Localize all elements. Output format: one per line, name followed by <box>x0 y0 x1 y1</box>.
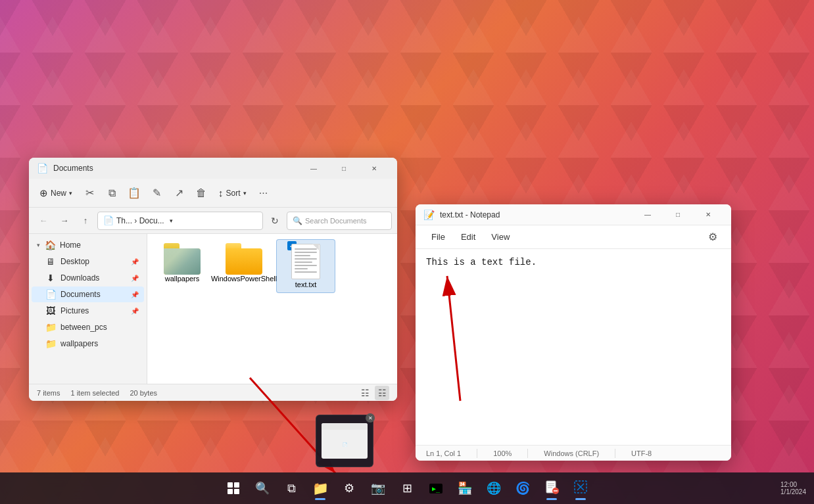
file-item-wallpapers[interactable]: wallpapers <box>153 239 212 293</box>
sidebar-item-pictures[interactable]: 🖼 Pictures 📌 <box>32 303 144 319</box>
wallpapers-folder-icon <box>164 243 201 275</box>
toolbar-rename-button[interactable]: ✎ <box>146 183 167 204</box>
cursor-position: Ln 1, Col 1 <box>426 449 461 457</box>
start-button[interactable] <box>220 475 247 501</box>
sidebar-item-home[interactable]: ▾ 🏠 Home <box>32 237 144 253</box>
grid-view-button[interactable]: ☷ <box>375 386 389 400</box>
search-placeholder: Search Documents <box>305 217 367 225</box>
toolbar-share-button[interactable]: ↗ <box>168 183 189 204</box>
preview-close[interactable]: ✕ <box>366 413 375 423</box>
taskbar-settings-button[interactable]: ⚙ <box>336 475 362 501</box>
file-size: 20 bytes <box>130 389 157 397</box>
search-icon: 🔍 <box>293 216 302 225</box>
item-count: 7 items <box>37 389 60 397</box>
taskbar-search-button[interactable]: 🔍 <box>249 475 275 501</box>
preview-thumbnail: 📄 <box>322 423 368 459</box>
toolbar-cut-button[interactable]: ✂ <box>79 183 100 204</box>
sidebar-item-documents[interactable]: 📄 Documents 📌 <box>32 286 144 302</box>
taskbar-center: 🔍 ⧉ 📁 ⚙ 📷 ⊞ ▶_ <box>220 475 594 501</box>
toolbar-copy-button[interactable]: ⧉ <box>101 183 122 204</box>
toolbar-new-button[interactable]: ⊕ New ▾ <box>34 183 78 204</box>
taskbar-store-button[interactable]: 🏪 <box>452 475 478 501</box>
sidebar-between-pcs-label: between_pcs <box>60 323 107 332</box>
notepad-statusbar: Ln 1, Col 1 100% Windows (CRLF) UTF-8 <box>416 445 731 461</box>
taskbar-camera-button[interactable]: 📷 <box>365 475 391 501</box>
notepad-window: 📝 text.txt - Notepad — □ ✕ File Edit Vie… <box>416 204 731 461</box>
toolbar-paste-button[interactable]: 📋 <box>124 183 145 204</box>
sidebar-item-downloads[interactable]: ⬇ Downloads 📌 <box>32 270 144 286</box>
explorer-window-controls: — □ ✕ <box>299 158 389 179</box>
status-divider-1 <box>477 449 477 458</box>
snipping-icon <box>573 480 588 497</box>
address-chevron: ▾ <box>170 218 173 224</box>
sidebar-item-wallpapers[interactable]: 📁 wallpapers <box>32 336 144 352</box>
new-label: New <box>51 189 66 198</box>
menu-file[interactable]: File <box>423 229 453 244</box>
taskbar-task-view-button[interactable]: ⧉ <box>278 475 304 501</box>
explorer-minimize-button[interactable]: — <box>299 158 329 179</box>
edge-dev-icon: 🌀 <box>515 481 530 495</box>
menu-edit[interactable]: Edit <box>453 229 483 244</box>
taskbar-edge-button[interactable]: 🌐 <box>481 475 507 501</box>
explorer-addressbar: ← → ↑ 📄 Th... › Docu... ▾ ↻ 🔍 Search Doc… <box>29 208 397 234</box>
explorer-statusbar: 7 items 1 item selected 20 bytes ☷ ☷ <box>29 384 397 401</box>
notepad-content[interactable]: This is a text file. <box>416 249 731 445</box>
taskbar: 🔍 ⧉ 📁 ⚙ 📷 ⊞ ▶_ <box>0 472 814 504</box>
taskbar-edge-dev-button[interactable]: 🌀 <box>510 475 536 501</box>
edge-icon: 🌐 <box>487 481 501 495</box>
encoding: UTF-8 <box>631 449 652 457</box>
documents-pin-icon: 📌 <box>131 291 139 298</box>
taskbar-terminal-button[interactable]: ▶_ <box>423 475 449 501</box>
file-explorer-icon: 📁 <box>312 480 329 496</box>
sidebar-item-between-pcs[interactable]: 📁 between_pcs <box>32 319 144 335</box>
sidebar-item-desktop[interactable]: 🖥 Desktop 📌 <box>32 254 144 269</box>
explorer-titlebar-title: Documents <box>53 164 293 173</box>
terminal-icon: ▶_ <box>429 484 443 493</box>
camera-icon: 📷 <box>371 481 385 495</box>
documents-icon: 📄 <box>45 289 57 300</box>
between-pcs-icon: 📁 <box>45 322 57 332</box>
menu-view[interactable]: View <box>483 229 517 244</box>
nav-back-button[interactable]: ← <box>34 212 53 230</box>
settings-icon[interactable]: ⚙ <box>702 227 723 248</box>
nav-forward-button[interactable]: → <box>55 212 74 230</box>
status-divider-2 <box>527 449 528 458</box>
explorer-toolbar: ⊕ New ▾ ✂ ⧉ 📋 ✎ ↗ 🗑 ↕ Sort ▾ ··· <box>29 179 397 208</box>
explorer-titlebar-icon: 📄 <box>37 163 48 173</box>
sidebar-wallpapers-label: wallpapers <box>60 339 98 348</box>
explorer-maximize-button[interactable]: □ <box>329 158 359 179</box>
home-icon: 🏠 <box>44 240 56 250</box>
sidebar-downloads-label: Downloads <box>60 273 99 283</box>
start2-icon: ⊞ <box>402 481 412 495</box>
downloads-icon: ⬇ <box>45 273 57 283</box>
explorer-body: ▾ 🏠 Home 🖥 Desktop 📌 ⬇ Downloads 📌 📄 Doc… <box>29 234 397 384</box>
address-refresh-button[interactable]: ↻ <box>266 212 284 230</box>
toolbar-delete-button[interactable]: 🗑 <box>191 183 212 204</box>
taskbar-file-explorer-button[interactable]: 📁 <box>307 475 333 501</box>
toolbar-sort-button[interactable]: ↕ Sort ▾ <box>213 183 252 204</box>
new-icon: ⊕ <box>39 187 48 199</box>
taskbar-snipping-button[interactable] <box>567 475 594 501</box>
taskbar-preview-popup: 📄 ✕ <box>316 415 373 467</box>
explorer-close-button[interactable]: ✕ <box>359 158 389 179</box>
downloads-pin-icon: 📌 <box>131 275 139 282</box>
file-item-powershell[interactable]: WindowsPowerShell <box>214 239 274 293</box>
desktop-pin-icon: 📌 <box>131 258 139 265</box>
notepad-maximize-button[interactable]: □ <box>663 204 693 225</box>
toolbar-more-button[interactable]: ··· <box>253 183 274 204</box>
file-item-text-txt[interactable]: ✓ text.txt <box>276 239 335 293</box>
selection-info: 1 item selected <box>70 389 119 397</box>
nav-up-button[interactable]: ↑ <box>76 212 95 230</box>
notepad-menu: File Edit View ⚙ <box>416 225 731 249</box>
taskbar-start2-button[interactable]: ⊞ <box>394 475 420 501</box>
address-box[interactable]: 📄 Th... › Docu... ▾ <box>97 212 263 230</box>
search-box[interactable]: 🔍 Search Documents <box>287 212 392 230</box>
list-view-button[interactable]: ☷ <box>358 386 372 400</box>
wallpapers-folder-icon: 📁 <box>45 338 57 349</box>
notepad-minimize-button[interactable]: — <box>633 204 663 225</box>
pictures-icon: 🖼 <box>45 306 57 316</box>
task-view-icon: ⧉ <box>287 482 296 495</box>
search-icon: 🔍 <box>255 481 270 495</box>
taskbar-notepad-button[interactable] <box>539 475 565 501</box>
notepad-close-button[interactable]: ✕ <box>693 204 723 225</box>
